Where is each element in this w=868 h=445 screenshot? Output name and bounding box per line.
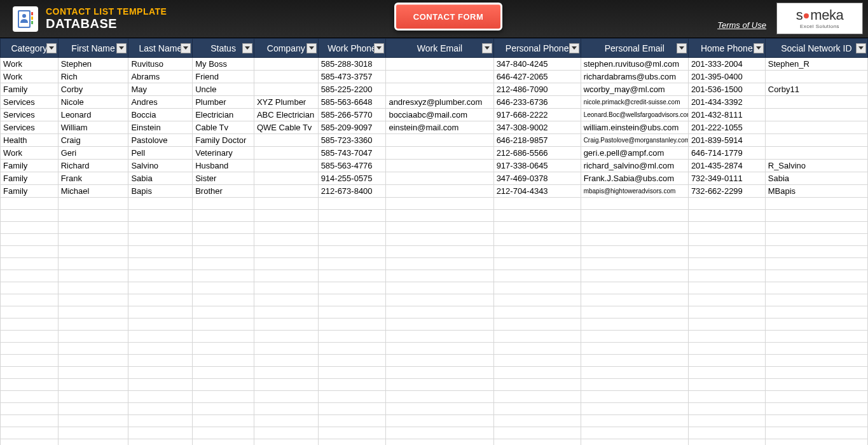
cell-empty[interactable] (386, 282, 493, 294)
table-row[interactable] (1, 367, 868, 379)
cell-empty[interactable] (254, 439, 318, 446)
cell-empty[interactable] (688, 367, 765, 379)
cell-empty[interactable] (688, 391, 765, 403)
cell-empty[interactable] (318, 343, 386, 355)
cell-empty[interactable] (193, 246, 254, 258)
table-row[interactable] (1, 210, 868, 222)
cell-empty[interactable] (318, 258, 386, 270)
cell-company[interactable] (254, 160, 318, 172)
cell-empty[interactable] (493, 343, 581, 355)
cell-empty[interactable] (58, 198, 128, 210)
cell-empty[interactable] (254, 355, 318, 367)
cell-status[interactable]: My Boss (193, 58, 254, 71)
cell-personalemail[interactable]: richardabrams@ubs.com (581, 71, 688, 83)
cell-lastname[interactable]: Sabia (128, 172, 193, 185)
cell-status[interactable]: Husband (193, 160, 254, 172)
cell-firstname[interactable]: Richard (58, 160, 128, 172)
cell-homephone[interactable]: 201-395-0400 (688, 71, 765, 83)
cell-empty[interactable] (128, 318, 193, 331)
cell-homephone[interactable]: 201-839-5914 (688, 134, 765, 147)
cell-empty[interactable] (318, 282, 386, 294)
cell-category[interactable]: Family (1, 172, 59, 185)
cell-empty[interactable] (128, 367, 193, 379)
cell-empty[interactable] (1, 246, 59, 258)
cell-empty[interactable] (128, 282, 193, 294)
table-row[interactable]: FamilyRichardSalvinoHusband585-563-47769… (1, 160, 868, 172)
cell-category[interactable]: Work (1, 58, 59, 71)
cell-empty[interactable] (318, 367, 386, 379)
cell-homephone[interactable]: 201-222-1055 (688, 121, 765, 134)
filter-dropdown-icon[interactable] (482, 43, 492, 53)
cell-lastname[interactable]: May (128, 83, 193, 96)
cell-category[interactable]: Work (1, 71, 59, 83)
table-row[interactable] (1, 198, 868, 210)
cell-workphone[interactable]: 914-255-0575 (318, 172, 386, 185)
cell-empty[interactable] (688, 282, 765, 294)
cell-social[interactable]: Stephen_R (765, 58, 867, 71)
table-row[interactable] (1, 246, 868, 258)
cell-firstname[interactable]: Leonard (58, 109, 128, 121)
cell-empty[interactable] (493, 439, 581, 446)
cell-empty[interactable] (193, 282, 254, 294)
cell-empty[interactable] (581, 415, 688, 427)
cell-workphone[interactable]: 585-473-3757 (318, 71, 386, 83)
cell-workemail[interactable] (386, 58, 493, 71)
cell-empty[interactable] (386, 415, 493, 427)
cell-empty[interactable] (688, 403, 765, 415)
cell-workemail[interactable] (386, 160, 493, 172)
filter-dropdown-icon[interactable] (181, 43, 191, 53)
cell-personalphone[interactable]: 917-338-0645 (493, 160, 581, 172)
cell-personalemail[interactable]: nicole.primack@credit-suisse.com (581, 96, 688, 109)
cell-personalphone[interactable]: 212-704-4343 (493, 185, 581, 198)
cell-empty[interactable] (688, 246, 765, 258)
cell-company[interactable]: XYZ Plumber (254, 96, 318, 109)
cell-status[interactable]: Family Doctor (193, 134, 254, 147)
cell-empty[interactable] (1, 379, 59, 391)
cell-empty[interactable] (581, 391, 688, 403)
cell-empty[interactable] (128, 294, 193, 306)
cell-empty[interactable] (581, 198, 688, 210)
cell-social[interactable] (765, 134, 867, 147)
cell-empty[interactable] (318, 331, 386, 343)
cell-empty[interactable] (386, 294, 493, 306)
cell-category[interactable]: Family (1, 185, 59, 198)
cell-workphone[interactable]: 212-673-8400 (318, 185, 386, 198)
filter-dropdown-icon[interactable] (307, 43, 317, 53)
cell-homephone[interactable]: 732-349-0111 (688, 172, 765, 185)
terms-of-use-link[interactable]: Terms of Use (717, 20, 766, 30)
cell-personalemail[interactable]: wcorby_may@ml.com (581, 83, 688, 96)
cell-company[interactable] (254, 83, 318, 96)
cell-empty[interactable] (493, 222, 581, 234)
cell-workphone[interactable]: 585-225-2200 (318, 83, 386, 96)
cell-empty[interactable] (1, 234, 59, 246)
table-row[interactable]: FamilyMichaelBapisBrother212-673-8400212… (1, 185, 868, 198)
table-row[interactable]: FamilyFrankSabiaSister914-255-0575347-46… (1, 172, 868, 185)
cell-personalphone[interactable]: 212-486-7090 (493, 83, 581, 96)
cell-status[interactable]: Cable Tv (193, 121, 254, 134)
cell-social[interactable] (765, 121, 867, 134)
cell-workemail[interactable] (386, 134, 493, 147)
cell-empty[interactable] (1, 367, 59, 379)
cell-empty[interactable] (765, 379, 867, 391)
cell-empty[interactable] (58, 258, 128, 270)
cell-workphone[interactable]: 585-563-6648 (318, 96, 386, 109)
cell-empty[interactable] (193, 270, 254, 282)
cell-empty[interactable] (1, 415, 59, 427)
table-row[interactable] (1, 415, 868, 427)
cell-empty[interactable] (318, 306, 386, 318)
cell-empty[interactable] (254, 367, 318, 379)
cell-empty[interactable] (1, 222, 59, 234)
cell-empty[interactable] (688, 415, 765, 427)
cell-empty[interactable] (1, 318, 59, 331)
cell-empty[interactable] (493, 331, 581, 343)
cell-status[interactable]: Veterinary (193, 147, 254, 160)
cell-empty[interactable] (386, 355, 493, 367)
cell-personalemail[interactable]: Craig.Pastolove@morganstanley.com (581, 134, 688, 147)
cell-personalemail[interactable]: Leonard.Boc@wellsfargoadvisors.com (581, 109, 688, 121)
filter-dropdown-icon[interactable] (374, 43, 384, 53)
cell-empty[interactable] (386, 198, 493, 210)
cell-social[interactable]: R_Salvino (765, 160, 867, 172)
column-header[interactable]: Home Phone (688, 39, 765, 58)
cell-empty[interactable] (386, 306, 493, 318)
cell-empty[interactable] (1, 331, 59, 343)
